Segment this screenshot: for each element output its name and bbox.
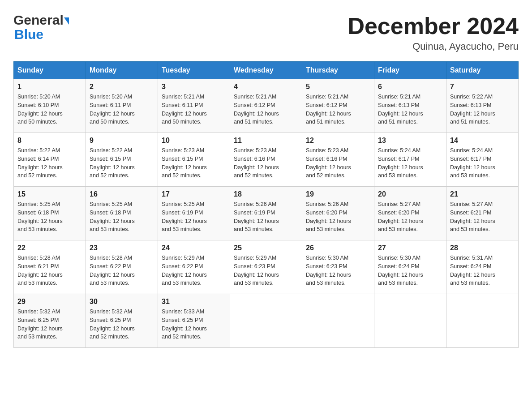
day-info: Sunrise: 5:21 AM Sunset: 6:11 PM Dayligh… (162, 93, 226, 126)
day-number: 2 (90, 83, 154, 91)
day-info: Sunrise: 5:22 AM Sunset: 6:13 PM Dayligh… (450, 93, 515, 126)
calendar-week-row: 1Sunrise: 5:20 AM Sunset: 6:10 PM Daylig… (14, 79, 519, 133)
calendar-header-tuesday: Tuesday (158, 62, 230, 79)
calendar-cell: 30Sunrise: 5:32 AM Sunset: 6:25 PM Dayli… (86, 294, 158, 348)
day-number: 23 (90, 244, 154, 252)
calendar-header-sunday: Sunday (14, 62, 86, 79)
calendar-cell: 6Sunrise: 5:21 AM Sunset: 6:13 PM Daylig… (374, 79, 446, 133)
day-number: 7 (450, 83, 515, 91)
calendar-header-wednesday: Wednesday (230, 62, 302, 79)
day-number: 21 (450, 190, 515, 198)
day-info: Sunrise: 5:24 AM Sunset: 6:17 PM Dayligh… (378, 146, 442, 180)
calendar-cell: 24Sunrise: 5:29 AM Sunset: 6:22 PM Dayli… (158, 240, 230, 294)
calendar-cell (374, 294, 446, 348)
logo-triangle-icon (64, 17, 69, 25)
day-number: 5 (306, 83, 370, 91)
day-info: Sunrise: 5:32 AM Sunset: 6:25 PM Dayligh… (90, 308, 154, 341)
calendar-week-row: 8Sunrise: 5:22 AM Sunset: 6:14 PM Daylig… (14, 133, 519, 187)
day-info: Sunrise: 5:31 AM Sunset: 6:24 PM Dayligh… (450, 254, 515, 287)
calendar-cell: 1Sunrise: 5:20 AM Sunset: 6:10 PM Daylig… (14, 79, 86, 133)
logo-blue-text: Blue (14, 27, 43, 42)
day-number: 12 (306, 137, 370, 145)
calendar-cell: 11Sunrise: 5:23 AM Sunset: 6:16 PM Dayli… (230, 133, 302, 187)
calendar-cell (446, 294, 519, 348)
day-info: Sunrise: 5:27 AM Sunset: 6:21 PM Dayligh… (450, 200, 515, 234)
day-number: 19 (306, 190, 370, 198)
day-number: 10 (162, 137, 226, 145)
day-number: 9 (90, 137, 154, 145)
day-info: Sunrise: 5:22 AM Sunset: 6:15 PM Dayligh… (90, 146, 154, 180)
day-number: 18 (234, 190, 298, 198)
calendar-cell: 8Sunrise: 5:22 AM Sunset: 6:14 PM Daylig… (14, 133, 86, 187)
calendar-cell (302, 294, 374, 348)
day-info: Sunrise: 5:30 AM Sunset: 6:24 PM Dayligh… (378, 254, 442, 287)
day-info: Sunrise: 5:20 AM Sunset: 6:11 PM Dayligh… (90, 93, 154, 126)
calendar-cell: 22Sunrise: 5:28 AM Sunset: 6:21 PM Dayli… (14, 240, 86, 294)
day-number: 11 (234, 137, 298, 145)
day-number: 15 (17, 190, 82, 198)
calendar-header-thursday: Thursday (302, 62, 374, 79)
calendar-cell: 2Sunrise: 5:20 AM Sunset: 6:11 PM Daylig… (86, 79, 158, 133)
calendar-cell: 26Sunrise: 5:30 AM Sunset: 6:23 PM Dayli… (302, 240, 374, 294)
day-number: 24 (162, 244, 226, 252)
calendar-table: SundayMondayTuesdayWednesdayThursdayFrid… (13, 61, 519, 348)
day-info: Sunrise: 5:29 AM Sunset: 6:22 PM Dayligh… (162, 254, 226, 287)
calendar-cell: 19Sunrise: 5:26 AM Sunset: 6:20 PM Dayli… (302, 187, 374, 240)
calendar-cell: 14Sunrise: 5:24 AM Sunset: 6:17 PM Dayli… (446, 133, 519, 187)
day-info: Sunrise: 5:29 AM Sunset: 6:23 PM Dayligh… (234, 254, 298, 287)
calendar-cell: 4Sunrise: 5:21 AM Sunset: 6:12 PM Daylig… (230, 79, 302, 133)
day-number: 25 (234, 244, 298, 252)
calendar-week-row: 29Sunrise: 5:32 AM Sunset: 6:25 PM Dayli… (14, 294, 519, 348)
calendar-cell: 13Sunrise: 5:24 AM Sunset: 6:17 PM Dayli… (374, 133, 446, 187)
calendar-cell: 7Sunrise: 5:22 AM Sunset: 6:13 PM Daylig… (446, 79, 519, 133)
day-number: 30 (90, 298, 154, 306)
day-number: 16 (90, 190, 154, 198)
calendar-cell: 31Sunrise: 5:33 AM Sunset: 6:25 PM Dayli… (158, 294, 230, 348)
day-number: 22 (17, 244, 82, 252)
day-info: Sunrise: 5:23 AM Sunset: 6:16 PM Dayligh… (234, 146, 298, 180)
calendar-header-row: SundayMondayTuesdayWednesdayThursdayFrid… (14, 62, 519, 79)
calendar-header-friday: Friday (374, 62, 446, 79)
calendar-cell: 28Sunrise: 5:31 AM Sunset: 6:24 PM Dayli… (446, 240, 519, 294)
day-info: Sunrise: 5:25 AM Sunset: 6:19 PM Dayligh… (162, 200, 226, 234)
calendar-cell: 17Sunrise: 5:25 AM Sunset: 6:19 PM Dayli… (158, 187, 230, 240)
calendar-cell: 12Sunrise: 5:23 AM Sunset: 6:16 PM Dayli… (302, 133, 374, 187)
page-header: General Blue December 2024 Quinua, Ayacu… (13, 13, 519, 52)
calendar-cell: 5Sunrise: 5:21 AM Sunset: 6:12 PM Daylig… (302, 79, 374, 133)
day-info: Sunrise: 5:25 AM Sunset: 6:18 PM Dayligh… (90, 200, 154, 234)
calendar-cell (230, 294, 302, 348)
day-number: 29 (17, 298, 82, 306)
calendar-cell: 16Sunrise: 5:25 AM Sunset: 6:18 PM Dayli… (86, 187, 158, 240)
calendar-cell: 9Sunrise: 5:22 AM Sunset: 6:15 PM Daylig… (86, 133, 158, 187)
calendar-cell: 20Sunrise: 5:27 AM Sunset: 6:20 PM Dayli… (374, 187, 446, 240)
day-info: Sunrise: 5:27 AM Sunset: 6:20 PM Dayligh… (378, 200, 442, 234)
calendar-cell: 15Sunrise: 5:25 AM Sunset: 6:18 PM Dayli… (14, 187, 86, 240)
logo: General Blue (13, 13, 69, 42)
day-number: 31 (162, 298, 226, 306)
day-info: Sunrise: 5:28 AM Sunset: 6:22 PM Dayligh… (90, 254, 154, 287)
calendar-header-saturday: Saturday (446, 62, 519, 79)
title-block: December 2024 Quinua, Ayacucho, Peru (348, 13, 519, 52)
calendar-cell: 29Sunrise: 5:32 AM Sunset: 6:25 PM Dayli… (14, 294, 86, 348)
calendar-week-row: 15Sunrise: 5:25 AM Sunset: 6:18 PM Dayli… (14, 187, 519, 240)
day-number: 20 (378, 190, 442, 198)
day-number: 1 (17, 83, 82, 91)
calendar-cell: 25Sunrise: 5:29 AM Sunset: 6:23 PM Dayli… (230, 240, 302, 294)
day-info: Sunrise: 5:23 AM Sunset: 6:16 PM Dayligh… (306, 146, 370, 180)
day-info: Sunrise: 5:24 AM Sunset: 6:17 PM Dayligh… (450, 146, 515, 180)
calendar-cell: 21Sunrise: 5:27 AM Sunset: 6:21 PM Dayli… (446, 187, 519, 240)
day-number: 8 (17, 137, 82, 145)
day-info: Sunrise: 5:23 AM Sunset: 6:15 PM Dayligh… (162, 146, 226, 180)
day-number: 17 (162, 190, 226, 198)
calendar-week-row: 22Sunrise: 5:28 AM Sunset: 6:21 PM Dayli… (14, 240, 519, 294)
day-info: Sunrise: 5:26 AM Sunset: 6:19 PM Dayligh… (234, 200, 298, 234)
calendar-cell: 3Sunrise: 5:21 AM Sunset: 6:11 PM Daylig… (158, 79, 230, 133)
location-title: Quinua, Ayacucho, Peru (348, 41, 519, 52)
day-number: 28 (450, 244, 515, 252)
day-number: 26 (306, 244, 370, 252)
day-info: Sunrise: 5:20 AM Sunset: 6:10 PM Dayligh… (17, 93, 82, 126)
day-info: Sunrise: 5:32 AM Sunset: 6:25 PM Dayligh… (17, 308, 82, 341)
month-title: December 2024 (348, 13, 519, 39)
day-info: Sunrise: 5:33 AM Sunset: 6:25 PM Dayligh… (162, 308, 226, 341)
day-number: 4 (234, 83, 298, 91)
